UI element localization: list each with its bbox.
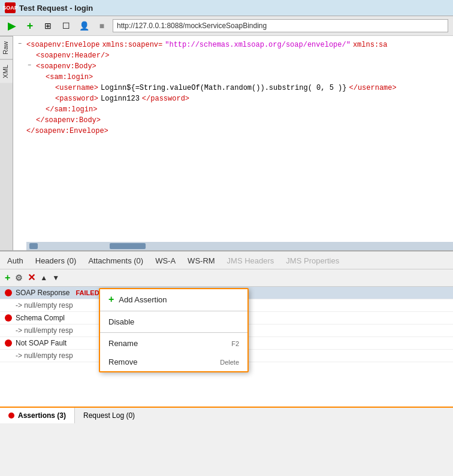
xml-editor-container: Raw XML − <soapenv:Envelope xmlns:soapen… [0,36,453,251]
context-menu-rename[interactable]: Rename F2 [100,334,247,353]
xml-content[interactable]: − <soapenv:Envelope xmlns:soapenv="http:… [13,36,453,250]
play-button[interactable]: ▶ [5,19,19,33]
menu-divider-2 [100,332,247,333]
assertions-tab-dot [8,413,14,419]
disable-label: Disable [108,317,134,326]
main-toolbar: ▶ + ⊞ ☐ 👤 ■ [0,16,453,36]
remove-shortcut: Delete [220,359,239,366]
xml-line-7: </sam:login> [18,104,448,115]
wsrm-tab[interactable]: WS-RM [185,254,218,269]
move-up-button[interactable]: ▲ [40,274,47,281]
assertion-status-dot-3 [5,339,12,347]
rename-label: Rename [108,339,138,348]
request-log-tab[interactable]: Request Log (0) [75,408,143,423]
settings-button[interactable]: ⚙ [15,274,23,282]
headers-tab[interactable]: Headers (0) [33,254,79,269]
xml-line-9: </soapenv:Envelope> [18,126,448,137]
title-bar: SOAP Test Request - login [0,0,453,16]
assertion-status-dot-2 [5,314,12,322]
assertions-panel: SOAP Response FAILED -> null/empty resp … [0,287,453,407]
assertion-name: SOAP Response [16,289,70,297]
add-assertion-toolbar-button[interactable]: + [5,273,10,283]
context-menu-remove[interactable]: Remove Delete [100,353,247,371]
grid-button[interactable]: ⊞ [41,19,55,33]
xml-line-6: <password>Loginn123</password> [18,93,448,104]
person-button[interactable]: 👤 [77,19,91,33]
horizontal-scrollbar[interactable] [26,242,453,250]
add-button[interactable]: + [23,19,37,33]
jms-properties-tab: JMS Properties [283,254,342,269]
move-down-button[interactable]: ▼ [52,274,59,281]
bottom-tab-bar: Auth Headers (0) Attachments (0) WS-A WS… [0,251,453,269]
assertions-tab-label: Assertions (3) [18,411,66,420]
left-tab-panel: Raw XML [0,36,13,250]
context-menu-disable[interactable]: Disable [100,313,247,331]
square-button[interactable]: ☐ [59,19,73,33]
xml-line-1: − <soapenv:Envelope xmlns:soapenv="http:… [18,40,448,50]
rename-shortcut: F2 [231,340,239,347]
raw-tab[interactable]: Raw [0,36,13,59]
xml-line-4: <sam:login> [18,72,448,83]
wsa-tab[interactable]: WS-A [153,254,178,269]
window-title: Test Request - login [19,4,93,13]
request-log-tab-label: Request Log (0) [83,411,135,420]
remove-assertion-button[interactable]: ✕ [28,273,35,283]
panel-tab-bar: Assertions (3) Request Log (0) [0,407,453,423]
xml-line-3: − <soapenv:Body> [18,61,448,72]
xml-line-8: </soapenv:Body> [18,115,448,126]
xml-line-5: <username>Loginn${=String.valueOf(Math.r… [18,83,448,93]
assertions-tab[interactable]: Assertions (3) [0,408,75,423]
assertion-status-dot [5,289,12,296]
menu-divider-1 [100,311,247,311]
collapse-toggle-3[interactable]: − [28,61,34,70]
remove-label: Remove [108,357,137,366]
assertion-failed-status: FAILED [76,289,99,296]
attachments-tab[interactable]: Attachments (0) [86,254,146,269]
add-assertion-label: Add Assertion [119,295,167,304]
jms-headers-tab: JMS Headers [225,254,277,269]
auth-tab[interactable]: Auth [5,254,26,269]
xml-tab[interactable]: XML [0,59,13,83]
assertions-toolbar: + ⚙ ✕ ▲ ▼ [0,269,453,287]
url-input[interactable] [113,19,448,32]
context-menu: + Add Assertion Disable Rename F2 Remove… [99,288,249,372]
stop-button[interactable]: ■ [95,19,109,33]
add-assertion-icon: + [108,294,114,305]
context-menu-add-assertion[interactable]: + Add Assertion [100,289,247,310]
app-icon: SOAP [5,2,16,13]
collapse-toggle-1[interactable]: − [18,40,24,48]
xml-line-2: <soapenv:Header/> [18,50,448,61]
